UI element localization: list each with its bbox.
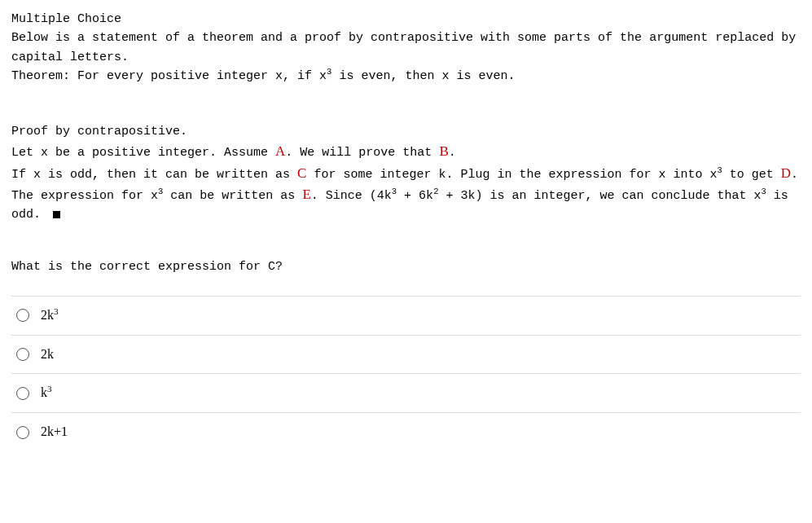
option-exponent: 3 [47,384,52,393]
option-label: k3 [41,383,52,403]
option-4[interactable]: 2k+1 [11,412,801,451]
proof-line-2: Let x be a positive integer. Assume A. W… [11,141,801,162]
option-text: 2k [41,347,54,361]
text: + 3k) is an integer, we can conclude tha… [438,189,761,203]
answer-options: 2k3 2k k3 2k+1 [11,296,801,451]
question-type: Multiple Choice [11,10,801,29]
text: . [449,146,456,160]
radio-icon[interactable] [16,426,29,439]
radio-icon[interactable] [16,387,29,400]
option-3[interactable]: k3 [11,373,801,412]
option-label: 2k [41,345,54,365]
option-text: k [41,385,47,399]
placeholder-B: B [439,143,448,159]
proof-title: Proof by contrapositive. [11,122,801,141]
radio-icon[interactable] [16,309,29,322]
proof-line-3: If x is odd, then it can be written as C… [11,163,801,225]
text: . We will prove that [285,146,439,160]
question-intro: Below is a statement of a theorem and a … [11,29,801,67]
option-label: 2k+1 [41,422,68,442]
placeholder-E: E [302,187,310,202]
text: + 6k [397,189,433,203]
placeholder-A: A [275,143,285,159]
question-header: Multiple Choice Below is a statement of … [11,10,801,86]
option-label: 2k3 [41,305,59,326]
question-prompt: What is the correct expression for C? [11,257,801,276]
theorem-suffix: is even, then x is even. [331,69,515,83]
theorem-statement: Theorem: For every positive integer x, i… [11,67,801,86]
text: to get [722,168,781,182]
option-1[interactable]: 2k3 [11,296,801,335]
option-2[interactable]: 2k [11,335,801,374]
radio-icon[interactable] [16,348,29,361]
placeholder-C: C [297,165,306,181]
qed-icon [53,211,60,218]
text: . Since (4k [311,189,392,203]
text: Let x be a positive integer. Assume [11,146,275,160]
placeholder-D: D [781,165,791,181]
option-text: 2k [41,308,54,322]
option-exponent: 3 [54,305,59,315]
proof-block: Proof by contrapositive. Let x be a posi… [11,122,801,225]
option-text: 2k+1 [41,424,68,438]
text: for some integer k. Plug in the expressi… [306,168,717,182]
text: can be written as [163,189,302,203]
theorem-prefix: Theorem: For every positive integer x, i… [11,69,327,83]
text: If x is odd, then it can be written as [11,168,297,182]
